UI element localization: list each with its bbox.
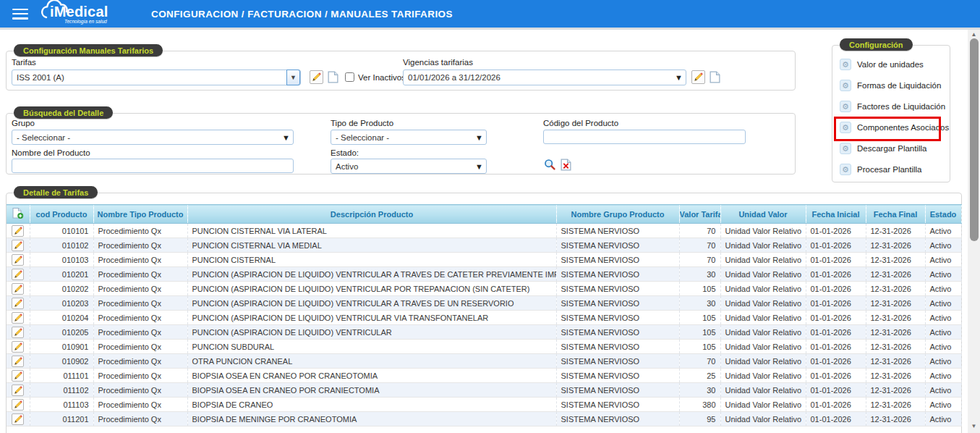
cell-cod: 010902 [30,354,93,369]
edit-row-cell [7,354,30,369]
gear-icon: ⚙ [840,80,851,91]
edit-row-button[interactable] [12,370,24,382]
tariff-detail-panel: Detalle de Tarifas cod Producto Nombre T… [6,193,962,433]
cell-estado: Activo [925,383,961,398]
pencil-icon [14,256,22,264]
cell-fecha-inicial: 01-01-2026 [806,398,866,412]
edit-row-button[interactable] [12,269,24,280]
cell-estado: Activo [925,398,961,412]
col-header-unidad-valor[interactable]: Unidad Valor [720,205,806,224]
cell-fecha-inicial: 01-01-2026 [806,224,866,238]
cell-cod: 010204 [30,311,93,325]
search-button[interactable] [543,158,557,172]
table-row: 010901Procedimiento QxPUNCION SUBDURALSI… [7,340,961,354]
add-row-header-cell[interactable] [7,205,30,224]
pencil-icon [14,314,22,322]
tipo-producto-select[interactable]: - Seleccionar - ▼ [331,130,487,145]
tipo-producto-value: - Seleccionar - [336,133,389,142]
cell-unidad: Unidad Valor Relativo [720,238,806,253]
cell-descripcion: OTRA PUNCION CRANEAL [187,354,556,369]
gear-icon: ⚙ [840,164,851,175]
imedical-logo[interactable]: iMedical Tecnología en salud [44,1,124,26]
cell-unidad: Unidad Valor Relativo [720,412,806,426]
edit-row-button[interactable] [12,341,24,353]
sidebar-item-descargar-plantilla[interactable]: ⚙Descargar Plantilla [840,143,950,154]
sidebar-item-factores-de-liquidacion[interactable]: ⚙Factores de Liquidación [840,101,950,112]
cell-valor: 105 [679,340,720,354]
cell-fecha-final: 12-31-2026 [866,398,925,412]
cell-cod: 010203 [30,296,93,311]
table-row: 010203Procedimiento QxPUNCION (ASPIRACIO… [7,296,961,311]
col-header-valor-tarifa[interactable]: Valor Tarifa [679,205,720,224]
col-header-fecha-final[interactable]: Fecha Final [866,205,925,224]
cell-unidad: Unidad Valor Relativo [720,253,806,267]
table-row: 010103Procedimiento QxPUNCION CISTERNALS… [7,253,961,267]
col-header-estado[interactable]: Estado [925,205,961,224]
sidebar-item-valor-de-unidades[interactable]: ⚙Valor de unidades [840,59,950,70]
cell-unidad: Unidad Valor Relativo [720,311,806,325]
col-header-nombre-grupo-producto[interactable]: Nombre Grupo Producto [556,205,679,224]
clear-filter-icon [561,159,571,171]
chevron-down-icon: ▼ [475,162,483,171]
cell-unidad: Unidad Valor Relativo [720,398,806,412]
col-header-descripcion-producto[interactable]: Descripción Producto [187,205,556,224]
ver-inactivos-label: Ver Inactivos [358,73,406,82]
cell-estado: Activo [925,253,961,267]
scroll-down-arrow-icon[interactable]: ▼ [968,421,980,432]
vigencias-select[interactable]: 01/01/2026 a 31/12/2026 ▼ [403,70,686,85]
edit-row-button[interactable] [12,413,24,425]
gear-icon: ⚙ [840,122,851,133]
edit-tarifa-button[interactable] [310,70,323,84]
edit-row-button[interactable] [12,312,24,324]
tarifas-combobox[interactable]: ISS 2001 (A) ▼ [12,70,301,85]
edit-row-cell [7,412,30,426]
cell-fecha-inicial: 01-01-2026 [806,238,866,253]
sidebar-item-formas-de-liquidacion[interactable]: ⚙Formas de Liquidación [840,80,950,91]
cell-cod: 010202 [30,282,93,296]
edit-row-button[interactable] [12,384,24,396]
col-header-nombre-tipo-producto[interactable]: Nombre Tipo Producto [93,205,187,224]
edit-row-button[interactable] [12,298,24,309]
search-icon [544,159,556,171]
cell-grupo: SISTEMA NERVIOSO [556,354,679,369]
edit-row-button[interactable] [12,283,24,295]
tarifas-dropdown-button[interactable]: ▼ [286,70,300,85]
grupo-select[interactable]: - Seleccionar - ▼ [12,130,294,145]
edit-row-button[interactable] [12,356,24,367]
sidebar-item-procesar-plantilla[interactable]: ⚙Procesar Plantilla [840,164,950,175]
cell-cod: 010101 [30,224,93,238]
new-vigencia-button[interactable] [708,70,722,84]
scrollbar-thumb[interactable] [970,38,979,241]
hamburger-menu-icon[interactable] [12,9,28,20]
codigo-producto-input[interactable] [543,130,746,144]
col-header-cod-producto[interactable]: cod Producto [30,205,93,224]
cell-grupo: SISTEMA NERVIOSO [556,311,679,325]
clear-search-button[interactable] [559,158,573,172]
edit-row-button[interactable] [12,240,24,251]
col-header-fecha-inicial[interactable]: Fecha Inicial [806,205,866,224]
edit-row-button[interactable] [12,254,24,266]
cell-estado: Activo [925,224,961,238]
edit-row-button[interactable] [12,399,24,411]
cell-tipo: Procedimiento Qx [93,296,187,311]
edit-row-button[interactable] [12,225,24,237]
pencil-icon [14,342,22,351]
nombre-producto-input[interactable] [12,159,294,173]
ver-inactivos-checkbox[interactable] [345,72,354,82]
pencil-icon [14,328,22,337]
sidebar-item-componentes-asociados[interactable]: ⚙Componentes Asociados [840,122,950,133]
edit-row-button[interactable] [12,327,24,338]
sidebar-items: ⚙Valor de unidades⚙Formas de Liquidación… [832,46,950,175]
chevron-down-icon: ▼ [475,133,483,142]
cell-fecha-final: 12-31-2026 [866,311,925,325]
codigo-producto-label: Código del Producto [543,119,618,127]
cell-tipo: Procedimiento Qx [93,311,187,325]
vertical-scrollbar[interactable]: ▲ ▼ [968,30,980,433]
cell-descripcion: PUNCION CISTERNAL VIA MEDIAL [187,238,556,253]
pencil-icon [14,357,22,366]
grupo-value: - Seleccionar - [17,133,70,142]
edit-vigencia-button[interactable] [691,70,705,84]
cell-estado: Activo [925,282,961,296]
estado-select[interactable]: Activo ▼ [331,159,487,174]
new-tarifa-button[interactable] [326,70,340,84]
